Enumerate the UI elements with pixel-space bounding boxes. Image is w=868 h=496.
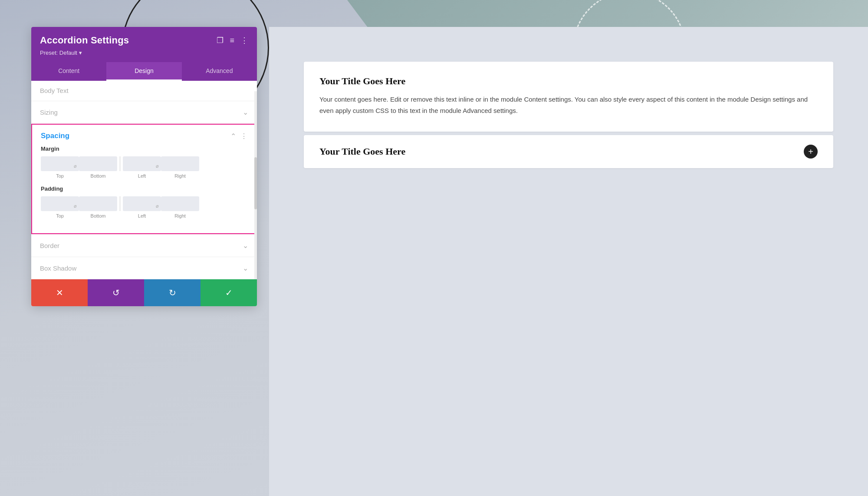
cancel-button[interactable]: ✕: [31, 279, 88, 306]
accordion-closed-title: Your Title Goes Here: [319, 146, 405, 157]
spacing-title: Spacing: [41, 132, 69, 140]
padding-left-link-icon: ⌀: [156, 203, 159, 209]
margin-fields: ⌀ Top Bottom: [41, 156, 247, 179]
padding-left-col: ⌀ Left: [123, 196, 161, 218]
content-area: Your Title Goes Here Your content goes h…: [269, 27, 868, 496]
panel-header: Accordion Settings ❐ ≡ ⋮ Preset: Default…: [31, 27, 257, 62]
body-text-section: Body Text: [31, 81, 257, 101]
box-shadow-chevron-icon: ⌄: [243, 264, 248, 272]
resize-icon[interactable]: ❐: [217, 36, 224, 44]
border-section[interactable]: Border ⌄: [31, 234, 257, 257]
margin-left-label: Left: [138, 173, 146, 179]
margin-top-input[interactable]: ⌀: [41, 156, 79, 171]
columns-icon[interactable]: ≡: [230, 36, 234, 44]
spacing-section: Spacing ⌃ ⋮ Margin ⌀ Top: [31, 124, 257, 234]
padding-label: Padding: [41, 185, 247, 192]
accordion-item-open: Your Title Goes Here Your content goes h…: [304, 62, 833, 132]
padding-right-col: Right: [161, 196, 199, 218]
padding-right-input[interactable]: [161, 196, 199, 211]
padding-divider: [120, 196, 120, 211]
accordion-open-body: Your content goes here. Edit or remove t…: [319, 94, 818, 116]
padding-top-label: Top: [56, 213, 64, 218]
margin-left-input[interactable]: ⌀: [123, 156, 161, 171]
accordion-open-title: Your Title Goes Here: [319, 76, 818, 87]
tab-design[interactable]: Design: [106, 62, 181, 81]
padding-bottom-input[interactable]: [79, 196, 117, 211]
accordion-item-closed[interactable]: Your Title Goes Here +: [304, 135, 833, 168]
spacing-collapse-icon[interactable]: ⌃: [230, 132, 236, 140]
panel-body: Body Text Sizing ⌄ Spacing ⌃ ⋮ Margin: [31, 81, 257, 279]
margin-divider: [120, 156, 120, 171]
margin-right-col: Right: [161, 156, 199, 179]
undo-button[interactable]: ↺: [88, 279, 144, 306]
padding-right-label: Right: [174, 213, 186, 218]
panel-title: Accordion Settings: [40, 35, 129, 46]
padding-lr-group: ⌀ Left Right: [123, 196, 199, 218]
action-bar: ✕ ↺ ↻ ✓: [31, 279, 257, 306]
save-button[interactable]: ✓: [201, 279, 257, 306]
margin-bottom-col: Bottom: [79, 156, 117, 179]
tab-bar: Content Design Advanced: [31, 62, 257, 81]
margin-right-input[interactable]: [161, 156, 199, 171]
box-shadow-section[interactable]: Box Shadow ⌄: [31, 257, 257, 279]
border-chevron-icon: ⌄: [243, 241, 248, 250]
sizing-section[interactable]: Sizing ⌄: [31, 101, 257, 124]
panel-header-icons: ❐ ≡ ⋮: [217, 36, 248, 44]
settings-panel: Accordion Settings ❐ ≡ ⋮ Preset: Default…: [31, 27, 257, 306]
margin-tb-group: ⌀ Top Bottom: [41, 156, 117, 179]
padding-top-input[interactable]: ⌀: [41, 196, 79, 211]
border-label: Border: [40, 242, 59, 249]
margin-top-label: Top: [56, 173, 64, 179]
more-icon[interactable]: ⋮: [240, 36, 248, 44]
margin-lr-group: ⌀ Left Right: [123, 156, 199, 179]
spacing-actions: ⌃ ⋮: [230, 132, 247, 140]
tab-content[interactable]: Content: [31, 62, 106, 81]
padding-bottom-col: Bottom: [79, 196, 117, 218]
panel-header-top: Accordion Settings ❐ ≡ ⋮: [40, 35, 248, 46]
margin-right-label: Right: [174, 173, 186, 179]
spacing-header: Spacing ⌃ ⋮: [32, 125, 256, 145]
box-shadow-label: Box Shadow: [40, 265, 76, 272]
margin-top-link-icon: ⌀: [74, 163, 77, 169]
padding-bottom-label: Bottom: [91, 213, 106, 218]
padding-tb-group: ⌀ Top Bottom: [41, 196, 117, 218]
padding-left-label: Left: [138, 213, 146, 218]
sizing-label: Sizing: [40, 109, 58, 116]
spacing-more-icon[interactable]: ⋮: [240, 132, 247, 140]
spacing-body: Margin ⌀ Top: [32, 145, 256, 233]
preset-selector[interactable]: Preset: Default ▾: [40, 50, 248, 62]
padding-left-input[interactable]: ⌀: [123, 196, 161, 211]
body-text-label: Body Text: [40, 87, 69, 94]
padding-top-link-icon: ⌀: [74, 203, 77, 209]
tab-advanced[interactable]: Advanced: [182, 62, 257, 81]
scrollbar-track: [254, 91, 257, 279]
margin-label: Margin: [41, 145, 247, 152]
scrollbar-thumb[interactable]: [254, 157, 257, 209]
redo-button[interactable]: ↻: [144, 279, 201, 306]
margin-left-col: ⌀ Left: [123, 156, 161, 179]
sizing-chevron-icon: ⌄: [243, 108, 248, 116]
add-accordion-button[interactable]: +: [804, 145, 818, 159]
margin-top-col: ⌀ Top: [41, 156, 79, 179]
padding-top-col: ⌀ Top: [41, 196, 79, 218]
padding-fields: ⌀ Top Bottom: [41, 196, 247, 218]
margin-bottom-input[interactable]: [79, 156, 117, 171]
margin-left-link-icon: ⌀: [156, 163, 159, 169]
margin-bottom-label: Bottom: [91, 173, 106, 179]
